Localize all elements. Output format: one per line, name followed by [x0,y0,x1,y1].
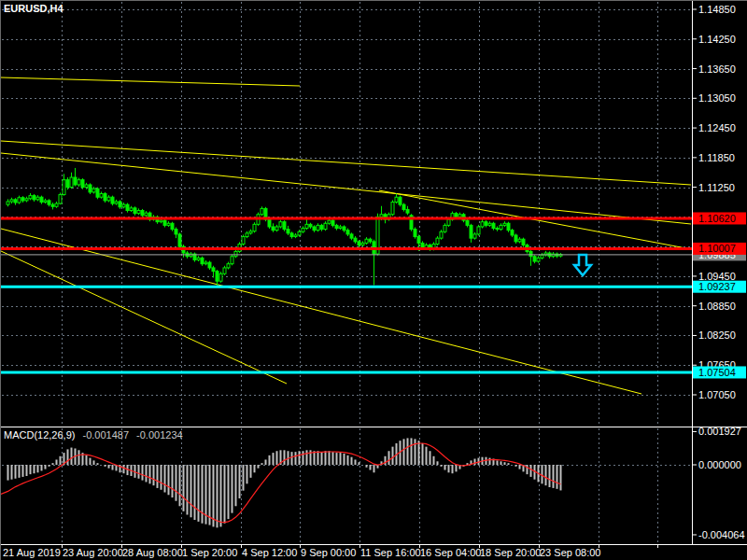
svg-text:0.001927: 0.001927 [698,426,741,437]
svg-text:9 Sep 00:00: 9 Sep 00:00 [301,547,356,558]
svg-text:1.11250: 1.11250 [698,182,735,193]
svg-text:1.08850: 1.08850 [698,301,736,312]
svg-text:23 Aug 20:00: 23 Aug 20:00 [63,547,123,558]
svg-text:28 Aug 08:00: 28 Aug 08:00 [122,547,183,558]
macd-histogram [8,438,561,527]
svg-text:4 Sep 12:00: 4 Sep 12:00 [242,547,297,558]
svg-text:21 Aug 2019: 21 Aug 2019 [3,547,61,558]
svg-text:1.13650: 1.13650 [698,63,736,75]
price-axis[interactable]: 1.148501.142501.136501.130501.124501.118… [693,4,746,400]
svg-text:1.07504: 1.07504 [698,367,736,378]
macd-signal-value: -0.001234 [136,429,183,441]
symbol-timeframe-label: EURUSD,H4 [4,3,63,14]
svg-text:1.09450: 1.09450 [698,271,736,282]
svg-text:1.10620: 1.10620 [698,213,736,224]
svg-text:1.13050: 1.13050 [698,92,736,104]
horizontal-price-lines[interactable] [1,218,692,372]
svg-text:1.11850: 1.11850 [698,152,735,163]
svg-text:16 Sep 04:00: 16 Sep 04:00 [420,547,481,558]
chart-canvas[interactable]: 1.148501.142501.136501.130501.124501.118… [1,1,747,560]
macd-name: MACD(12,26,9) [4,429,75,441]
svg-text:1.14850: 1.14850 [698,4,736,15]
candles [7,168,562,286]
svg-text:1.12450: 1.12450 [698,122,736,133]
svg-text:-0.004064: -0.004064 [698,529,745,540]
chart-window: EURUSD,H4 MACD(12,26,9) -0.001487 -0.001… [0,0,747,560]
svg-text:1.10007: 1.10007 [698,243,736,254]
macd-axis: 0.0019270.000000-0.004064 [693,426,745,540]
svg-text:1.09237: 1.09237 [698,281,736,292]
svg-text:1.07050: 1.07050 [698,389,736,400]
svg-text:11 Sep 16:00: 11 Sep 16:00 [360,547,421,558]
trendlines[interactable] [1,77,691,394]
macd-main-value: -0.001487 [82,429,129,441]
svg-text:1 Sep 20:00: 1 Sep 20:00 [182,547,237,558]
svg-text:1.08250: 1.08250 [698,329,736,341]
svg-text:18 Sep 20:00: 18 Sep 20:00 [480,547,541,558]
time-axis[interactable]: 21 Aug 201923 Aug 20:0028 Aug 08:001 Sep… [3,545,658,558]
svg-text:0.000000: 0.000000 [698,459,741,470]
macd-indicator-label: MACD(12,26,9) -0.001487 -0.001234 [4,429,183,441]
grid-lines [2,2,691,543]
svg-text:23 Sep 08:00: 23 Sep 08:00 [540,547,600,558]
sell-signal-arrow-icon[interactable] [574,255,591,275]
svg-text:1.14250: 1.14250 [698,34,736,45]
